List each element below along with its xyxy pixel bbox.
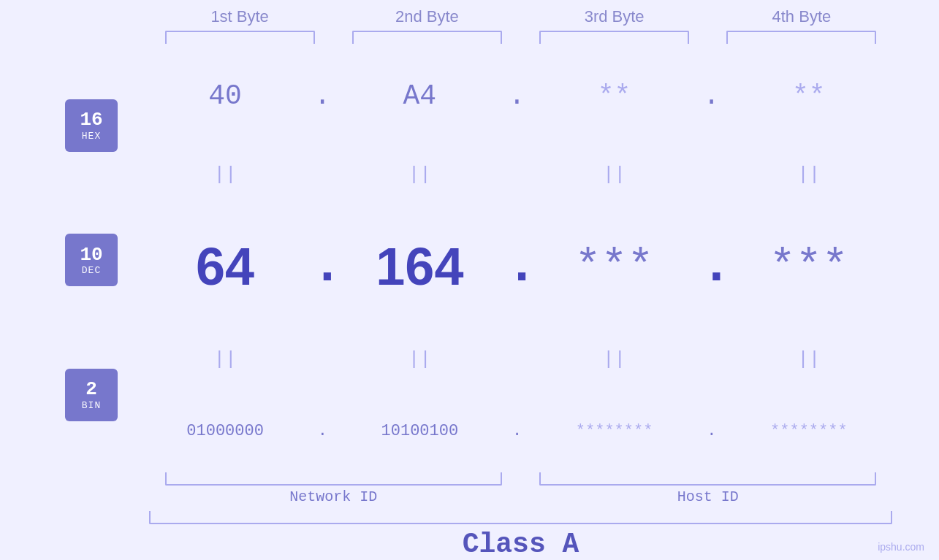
dec-badge-sub: DEC	[82, 265, 101, 276]
eq4: ||	[723, 164, 895, 185]
class-bracket	[149, 511, 892, 524]
hex-b4: **	[792, 80, 826, 112]
top-bracket-1	[165, 31, 315, 44]
hex-dot1: .	[314, 80, 331, 112]
dec-b4: ***	[769, 242, 848, 291]
host-id-label: Host ID	[521, 488, 896, 505]
bin-badge-sub: BIN	[82, 400, 101, 411]
eq1: ||	[139, 164, 311, 185]
eq3: ||	[528, 164, 701, 185]
dec-b1: 64	[196, 237, 254, 296]
hex-b1: 40	[208, 80, 242, 112]
host-id-bracket	[539, 472, 876, 486]
bin-value-row: 01000000 . 10100100 . ******** . *******…	[139, 422, 895, 440]
eq2: ||	[333, 164, 506, 185]
eq-row-2: || || || ||	[139, 348, 895, 370]
hex-badge-num: 16	[80, 110, 102, 131]
network-id-label: Network ID	[146, 488, 521, 505]
bin-dot1: .	[318, 422, 327, 440]
bin-badge: 2 BIN	[65, 369, 118, 421]
bin-badge-num: 2	[85, 379, 97, 400]
top-bracket-3	[539, 31, 689, 44]
byte4-label: 4th Byte	[708, 7, 895, 31]
byte2-label: 2nd Byte	[333, 7, 520, 31]
hex-badge-sub: HEX	[82, 131, 101, 142]
dec-value-row: 64 . 164 . *** . ***	[139, 237, 895, 296]
byte3-label: 3rd Byte	[521, 7, 708, 31]
eq5: ||	[139, 348, 311, 370]
eq8: ||	[723, 348, 895, 370]
hex-b2: A4	[403, 80, 437, 112]
net-id-bracket	[165, 472, 502, 486]
bin-b3: ********	[576, 422, 653, 440]
bin-b1: 01000000	[186, 422, 264, 440]
class-label: Class A	[463, 529, 579, 560]
bin-dot2: .	[512, 422, 522, 440]
hex-dot2: .	[509, 80, 525, 112]
eq6: ||	[333, 348, 506, 370]
dec-b3: ***	[575, 242, 654, 291]
top-bracket-2	[352, 31, 502, 44]
dec-badge: 10 DEC	[65, 234, 118, 286]
bin-b2: 10100100	[381, 422, 459, 440]
bin-dot3: .	[707, 422, 716, 440]
eq-row-1: || || || ||	[139, 164, 895, 185]
eq7: ||	[528, 348, 701, 370]
hex-value-row: 40 . A4 . ** . **	[139, 80, 895, 112]
dec-b2: 164	[376, 237, 463, 296]
watermark: ipshu.com	[878, 541, 924, 553]
byte1-label: 1st Byte	[146, 7, 333, 31]
hex-b3: **	[598, 80, 631, 112]
hex-dot3: .	[703, 80, 720, 112]
dec-badge-num: 10	[80, 245, 102, 266]
bin-b4: ********	[770, 422, 848, 440]
hex-badge: 16 HEX	[65, 99, 118, 152]
top-bracket-4	[726, 31, 876, 44]
